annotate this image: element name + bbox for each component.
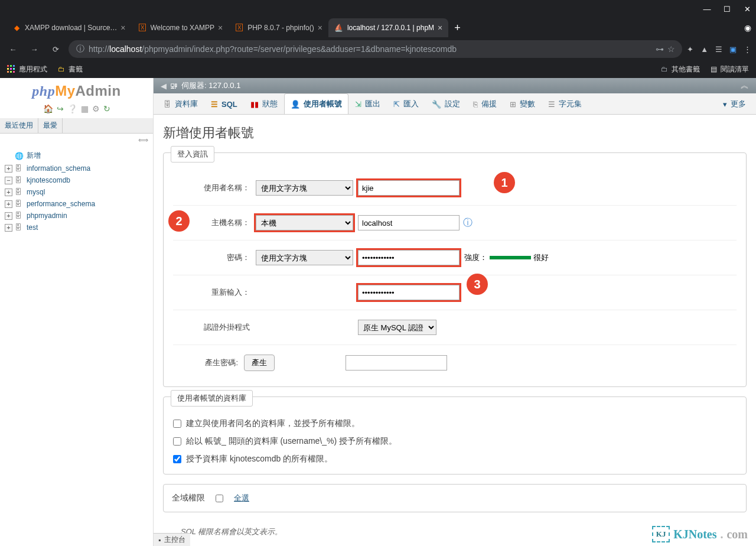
new-tab-button[interactable]: +: [448, 22, 467, 34]
login-info-fieldset: 登入資訊 使用者名稱： 使用文字方塊 1 2 主機名稱： 本機 ⓘ: [163, 152, 747, 387]
tree-db-item[interactable]: +🗄mysql: [5, 186, 148, 198]
select-password-type[interactable]: 使用文字方塊: [256, 250, 353, 265]
profile-icon[interactable]: ▲: [700, 45, 708, 54]
home-icon[interactable]: 🏠: [43, 104, 53, 113]
tree-db-item[interactable]: −🗄kjnotescomdb: [5, 174, 148, 186]
reload-icon[interactable]: ↻: [103, 104, 110, 113]
collapse-icon[interactable]: −: [5, 177, 12, 184]
tab-status[interactable]: ▮▮狀態: [244, 93, 284, 114]
reading-list-button[interactable]: ▤閱讀清單: [711, 64, 749, 74]
close-window-icon[interactable]: ✕: [743, 5, 751, 13]
select-auth-plugin[interactable]: 原生 MySQL 認證: [358, 320, 436, 335]
select-host-type[interactable]: 本機: [256, 215, 353, 230]
tab-sql[interactable]: ☰SQL: [204, 93, 244, 114]
site-info-icon[interactable]: ⓘ: [76, 44, 85, 54]
browser-tab-1[interactable]: 🅇 Welcome to XAMPP ×: [132, 18, 229, 37]
tab-charsets[interactable]: ☰字元集: [542, 93, 588, 114]
replication-icon: ⎘: [473, 100, 478, 109]
tab-import[interactable]: ⇱匯入: [387, 93, 425, 114]
input-retype-password[interactable]: [358, 285, 460, 300]
address-bar[interactable]: ⓘ http://localhost/phpmyadmin/index.php?…: [69, 40, 682, 58]
minimize-icon[interactable]: —: [703, 5, 711, 13]
other-bookmarks[interactable]: 🗀其他書籤: [661, 64, 700, 74]
tab-databases[interactable]: 🗄資料庫: [157, 93, 204, 114]
password-key-icon[interactable]: ⊶: [656, 44, 664, 54]
tree-db-item[interactable]: +🗄information_schema: [5, 162, 148, 174]
tab-more[interactable]: ▾更多: [716, 93, 752, 114]
tab-export[interactable]: ⇲匯出: [348, 93, 387, 114]
input-generated-password[interactable]: [346, 355, 447, 370]
bookmark-star-icon[interactable]: ☆: [667, 44, 675, 54]
select-username-type[interactable]: 使用文字方塊: [256, 180, 353, 196]
bookmark-folder[interactable]: 🗀書籤: [58, 64, 83, 74]
label-password: 密碼：: [173, 252, 250, 263]
media-control-icon[interactable]: ◉: [739, 23, 756, 32]
database-tree: 🌐 新增 +🗄information_schema −🗄kjnotescomdb…: [0, 147, 153, 236]
logout-icon[interactable]: ↪: [57, 104, 64, 113]
expand-icon[interactable]: +: [5, 188, 12, 196]
console-footer[interactable]: ▪ 主控台: [154, 533, 190, 546]
expand-icon[interactable]: +: [5, 165, 12, 173]
tree-new[interactable]: 🌐 新增: [5, 149, 148, 162]
tree-db-item[interactable]: +🗄performance_schema: [5, 198, 148, 210]
checkbox[interactable]: [173, 455, 181, 463]
sidebar-collapse-link[interactable]: ⟺: [0, 134, 153, 147]
pma-quick-icons: 🏠 ↪ ❔ ▦ ⚙ ↻: [0, 102, 153, 118]
check-grant-db[interactable]: 授予資料庫 kjnotescomdb 的所有權限。: [173, 450, 737, 468]
watermark: KJ KJNotes.com: [652, 526, 748, 542]
close-tab-icon[interactable]: ×: [318, 23, 322, 32]
checkbox[interactable]: [173, 437, 181, 446]
favicon-icon: 🅇: [138, 23, 147, 32]
pma-main: ◀ 🖳 伺服器: 127.0.0.1 ︽ 🗄資料庫 ☰SQL ▮▮狀態 👤使用者…: [154, 78, 756, 546]
collapse-panel-icon[interactable]: ︽: [741, 80, 749, 91]
browser-tab-0[interactable]: ◆ XAMPP download | Source… ×: [6, 18, 132, 37]
tab-user-accounts[interactable]: 👤使用者帳號: [284, 93, 348, 114]
input-username[interactable]: [358, 180, 460, 196]
database-icon: 🗄: [15, 164, 24, 173]
docs-icon[interactable]: ❔: [67, 104, 77, 113]
maximize-icon[interactable]: ☐: [723, 5, 731, 13]
tab-replication[interactable]: ⎘備援: [467, 93, 503, 114]
back-button[interactable]: ←: [5, 41, 21, 57]
expand-icon[interactable]: +: [5, 200, 12, 208]
reload-button[interactable]: ⟳: [47, 41, 64, 57]
server-label: 伺服器: 127.0.0.1: [181, 80, 240, 91]
help-icon[interactable]: ⓘ: [463, 217, 472, 229]
settings-icon[interactable]: ⚙: [92, 104, 100, 113]
browser-tab-2[interactable]: 🅇 PHP 8.0.7 - phpinfo() ×: [229, 18, 328, 37]
checkbox[interactable]: [173, 420, 181, 428]
tab-settings[interactable]: 🔧設定: [425, 93, 467, 114]
qr-icon[interactable]: ▣: [729, 45, 737, 54]
check-wildcard-db[interactable]: 給以 帳號_ 開頭的資料庫 (username\_%) 授予所有權限。: [173, 433, 737, 450]
browser-menu-icon[interactable]: ⋮: [744, 45, 751, 54]
side-tab-favorites[interactable]: 最愛: [38, 118, 63, 133]
forward-button[interactable]: →: [26, 41, 43, 57]
checkbox-select-all[interactable]: [216, 495, 223, 502]
page-title: 新增使用者帳號: [163, 124, 747, 142]
link-select-all[interactable]: 全選: [234, 493, 249, 503]
generate-password-button[interactable]: 產生: [244, 355, 275, 371]
extensions-icon[interactable]: ✦: [687, 45, 693, 54]
expand-icon[interactable]: +: [5, 212, 12, 220]
row-host: 2 主機名稱： 本機 ⓘ: [173, 206, 737, 240]
tree-db-item[interactable]: +🗄test: [5, 222, 148, 233]
apps-shortcut[interactable]: 應用程式: [7, 64, 47, 74]
tree-db-item[interactable]: +🗄phpmyadmin: [5, 210, 148, 222]
close-tab-icon[interactable]: ×: [120, 23, 125, 32]
sql-icon[interactable]: ▦: [81, 104, 89, 113]
side-tab-recent[interactable]: 最近使用: [0, 118, 38, 133]
tab-variables[interactable]: ⊞變數: [503, 93, 542, 114]
close-tab-icon[interactable]: ×: [218, 23, 223, 32]
browser-tab-3[interactable]: ⛵ localhost / 127.0.0.1 | phpM ×: [328, 18, 448, 37]
input-password[interactable]: [358, 250, 460, 265]
pma-logo[interactable]: phpMyAdmin: [0, 78, 153, 102]
input-host[interactable]: [358, 215, 460, 230]
close-tab-icon[interactable]: ×: [438, 23, 442, 32]
left-arrow-icon[interactable]: ◀: [161, 82, 167, 90]
reading-list-icon[interactable]: ☰: [715, 45, 722, 54]
new-db-icon: 🌐: [15, 152, 24, 160]
server-breadcrumb[interactable]: ◀ 🖳 伺服器: 127.0.0.1 ︽: [154, 78, 756, 93]
database-icon: 🗄: [15, 212, 24, 220]
expand-icon[interactable]: +: [5, 224, 12, 232]
check-same-name-db[interactable]: 建立與使用者同名的資料庫，並授予所有權限。: [173, 415, 737, 433]
